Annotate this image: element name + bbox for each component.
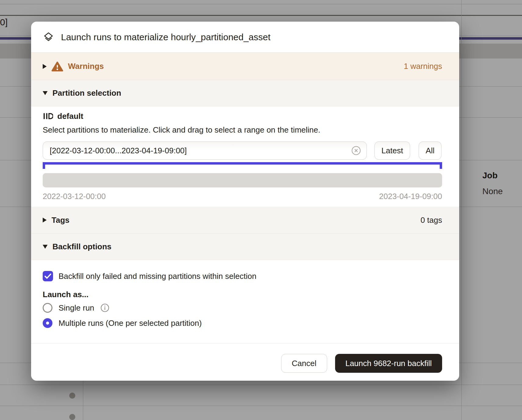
tags-count-badge: 0 tags (420, 215, 442, 225)
warnings-label: Warnings (68, 62, 104, 71)
launch-backfill-dialog: Launch runs to materialize hourly_partit… (31, 22, 459, 381)
partition-selection-section-header[interactable]: Partition selection (31, 80, 459, 106)
backfill-only-failed-row[interactable]: Backfill only failed and missing partiti… (43, 271, 442, 281)
multiple-runs-label: Multiple runs (One per selected partitio… (59, 319, 202, 328)
clear-input-icon[interactable] (351, 146, 361, 155)
single-run-option[interactable]: Single run (43, 301, 442, 315)
warnings-count-badge: 1 warnings (404, 62, 442, 71)
all-button[interactable]: All (419, 141, 442, 160)
single-run-label: Single run (59, 303, 94, 313)
partition-range-value: [2022-03-12-00:00...2023-04-19-09:00] (50, 146, 351, 155)
selection-range-line (43, 162, 442, 165)
checkbox-checked-icon[interactable] (43, 271, 53, 281)
asset-layers-icon (43, 31, 54, 43)
warning-triangle-icon (52, 61, 63, 72)
selection-range-tick-right (440, 162, 442, 169)
partition-selection-title: Partition selection (52, 88, 121, 98)
selection-range-bracket (43, 162, 442, 169)
timeline-end-label: 2023-04-19-09:00 (379, 192, 442, 201)
cancel-button[interactable]: Cancel (281, 354, 327, 373)
partition-range-input[interactable]: [2022-03-12-00:00...2023-04-19-09:00] (43, 141, 367, 160)
info-icon[interactable] (100, 303, 109, 312)
tags-section-header[interactable]: Tags 0 tags (31, 207, 459, 234)
selection-range-tick-left (43, 162, 45, 169)
partition-dimension-name: default (57, 112, 83, 121)
warnings-section-header[interactable]: Warnings 1 warnings (31, 52, 459, 80)
chevron-down-icon (43, 91, 48, 95)
chevron-right-icon (43, 218, 47, 222)
partition-range-row: [2022-03-12-00:00...2023-04-19-09:00] La… (43, 141, 442, 160)
timeline-start-label: 2022-03-12-00:00 (43, 192, 106, 201)
latest-button[interactable]: Latest (374, 141, 410, 160)
radio-selected-icon[interactable] (43, 318, 52, 328)
backfill-options-title: Backfill options (52, 242, 112, 251)
partition-timeline[interactable] (43, 173, 442, 187)
dialog-title: Launch runs to materialize hourly_partit… (61, 32, 270, 42)
timeline-labels: 2022-03-12-00:00 2023-04-19-09:00 (43, 192, 442, 201)
dialog-header: Launch runs to materialize hourly_partit… (31, 22, 459, 52)
partition-dimension-row: default (43, 111, 442, 122)
backfill-options-content: Backfill only failed and missing partiti… (31, 260, 459, 343)
partition-selection-description: Select partitions to materialize. Click … (43, 125, 442, 135)
tags-title: Tags (52, 215, 70, 225)
dialog-footer: Cancel Launch 9682-run backfill (31, 343, 459, 381)
backfill-only-failed-label: Backfill only failed and missing partiti… (59, 272, 256, 281)
backfill-options-section-header[interactable]: Backfill options (31, 234, 459, 260)
radio-unselected-icon[interactable] (43, 303, 52, 313)
multiple-runs-option[interactable]: Multiple runs (One per selected partitio… (43, 316, 442, 330)
partition-set-icon (43, 111, 53, 121)
chevron-right-icon (43, 64, 47, 69)
launch-backfill-button[interactable]: Launch 9682-run backfill (335, 354, 442, 373)
chevron-down-icon (43, 245, 48, 249)
launch-as-label: Launch as... (43, 290, 442, 299)
partition-selection-content: default Select partitions to materialize… (31, 106, 459, 207)
